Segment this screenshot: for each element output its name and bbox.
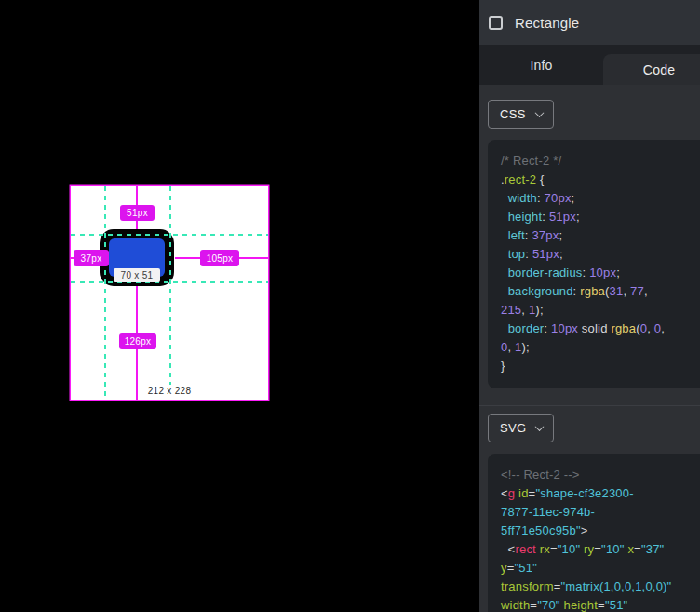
svg-section: SVG <!-- Rect-2 --><g id="shape-cf3e2300… [479,406,700,612]
css-language-select-value: CSS [500,107,526,121]
chevron-down-icon [535,108,545,117]
measure-badge-bottom: 126px [119,333,156,349]
guide-dashed-bottom [71,281,268,283]
app-window: 51px 37px 105px 126px 70 x 51 212 x 228 … [0,0,700,612]
inspector-tabs: Info Code [479,45,700,85]
design-canvas[interactable]: 51px 37px 105px 126px 70 x 51 212 x 228 [0,0,479,612]
svg-language-select[interactable]: SVG [488,414,554,442]
measure-badge-left: 37px [74,250,109,266]
tab-info-label: Info [530,58,552,73]
measure-badge-right: 105px [200,250,239,266]
tab-info[interactable]: Info [479,45,603,85]
chevron-down-icon [535,422,545,431]
css-language-select[interactable]: CSS [488,100,554,129]
artboard-size-badge: 212 x 228 [144,385,195,397]
svg-code-block: <!-- Rect-2 --><g id="shape-cf3e2300-787… [488,454,700,612]
tab-code-label: Code [643,62,675,77]
shape-size-badge: 70 x 51 [114,268,160,282]
inspector-panel: Rectangle Info Code CSS /* Rect-2 */.rec… [479,0,700,612]
selection-title: Rectangle [515,15,579,31]
selection-header: Rectangle [479,0,700,45]
svg-language-select-value: SVG [500,421,526,435]
css-section: CSS /* Rect-2 */.rect-2 { width: 70px; h… [479,85,700,405]
guide-dashed-top [71,234,268,236]
guide-dashed-left [104,186,106,400]
measure-badge-top: 51px [120,205,155,221]
css-code-block: /* Rect-2 */.rect-2 { width: 70px; heigh… [488,140,700,388]
guide-dashed-right [169,186,171,400]
artboard[interactable]: 51px 37px 105px 126px 70 x 51 212 x 228 [71,186,268,400]
selection-checkbox[interactable] [489,16,503,30]
tab-code[interactable]: Code [603,54,700,85]
